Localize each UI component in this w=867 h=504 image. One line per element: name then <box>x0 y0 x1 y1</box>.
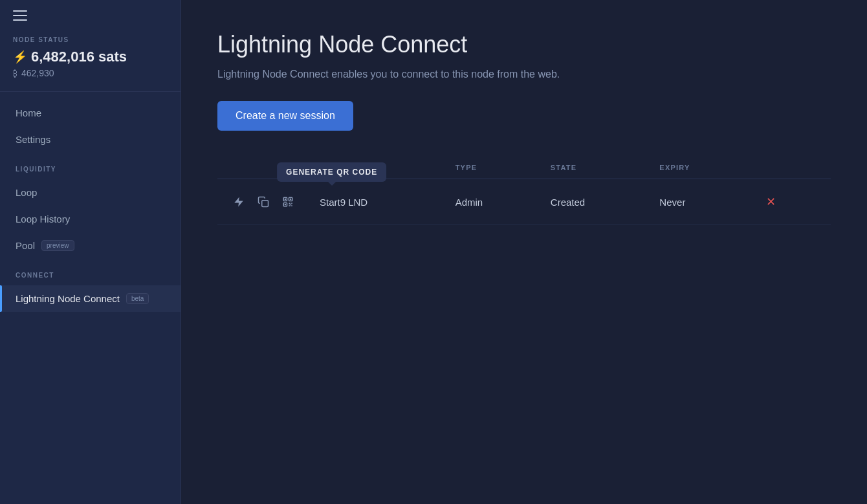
svg-marker-0 <box>234 197 243 207</box>
sidebar-header <box>0 0 181 31</box>
sidebar-item-loop-history[interactable]: Loop History <box>0 206 181 232</box>
col-expiry: EXPIRY <box>649 157 750 179</box>
svg-rect-10 <box>289 205 291 206</box>
delete-session-button[interactable]: ✕ <box>761 193 781 211</box>
lightning-balance: ⚡ 6,482,016 sats <box>13 49 168 65</box>
connect-nav: Lightning Node Connect beta <box>0 283 181 314</box>
col-delete <box>751 157 831 179</box>
page-description: Lightning Node Connect enables you to co… <box>217 69 831 80</box>
sidebar-item-settings[interactable]: Settings <box>0 126 181 153</box>
copy-action-button[interactable] <box>252 191 274 213</box>
table-body: GENERATE QR CODE <box>217 179 831 225</box>
sidebar-item-home[interactable]: Home <box>0 100 181 126</box>
svg-rect-12 <box>291 204 292 206</box>
row-type: Admin <box>445 179 540 225</box>
row-actions-cell: GENERATE QR CODE <box>217 179 309 225</box>
flash-action-button[interactable] <box>228 191 250 213</box>
qr-code-action-button[interactable]: GENERATE QR CODE <box>277 191 299 213</box>
main-nav: Home Settings <box>0 97 181 155</box>
node-status-label: NODE STATUS <box>13 36 168 43</box>
hamburger-menu-button[interactable] <box>13 10 27 21</box>
svg-rect-1 <box>262 201 269 207</box>
col-state: STATE <box>540 157 650 179</box>
connect-section-label: CONNECT <box>0 261 181 283</box>
sidebar-divider <box>0 91 181 92</box>
sidebar: NODE STATUS ⚡ 6,482,016 sats ₿ 462,930 H… <box>0 0 181 504</box>
svg-rect-7 <box>285 204 286 205</box>
page-title: Lightning Node Connect <box>217 31 831 58</box>
table-row: GENERATE QR CODE <box>217 179 831 225</box>
sidebar-item-lightning-node-connect[interactable]: Lightning Node Connect beta <box>0 285 181 312</box>
liquidity-nav: Loop Loop History Pool preview <box>0 177 181 261</box>
main-content: Lightning Node Connect Lightning Node Co… <box>181 0 867 504</box>
row-expiry: Never <box>649 179 750 225</box>
row-action-icons: GENERATE QR CODE <box>228 191 299 213</box>
col-type: TYPE <box>445 157 540 179</box>
svg-rect-11 <box>291 205 292 206</box>
onchain-balance: ₿ 462,930 <box>13 68 168 78</box>
create-session-button[interactable]: Create a new session <box>217 101 353 131</box>
liquidity-section-label: LIQUIDITY <box>0 155 181 177</box>
node-status-section: NODE STATUS ⚡ 6,482,016 sats ₿ 462,930 <box>0 31 181 89</box>
row-label: Start9 LND <box>309 179 445 225</box>
lnc-beta-badge: beta <box>126 293 149 304</box>
qr-tooltip: GENERATE QR CODE <box>277 162 386 182</box>
row-state: Created <box>540 179 650 225</box>
sidebar-item-loop[interactable]: Loop <box>0 179 181 206</box>
sidebar-item-pool[interactable]: Pool preview <box>0 232 181 259</box>
lightning-icon: ⚡ <box>13 50 27 64</box>
pool-preview-badge: preview <box>41 240 74 251</box>
row-delete-cell: ✕ <box>751 179 831 225</box>
svg-rect-9 <box>291 203 292 204</box>
btc-icon: ₿ <box>13 69 17 78</box>
svg-rect-8 <box>289 203 291 204</box>
sessions-table: LABEL ↑ TYPE STATE EXPIRY <box>217 157 831 225</box>
svg-rect-3 <box>285 199 286 200</box>
svg-rect-5 <box>290 199 291 200</box>
